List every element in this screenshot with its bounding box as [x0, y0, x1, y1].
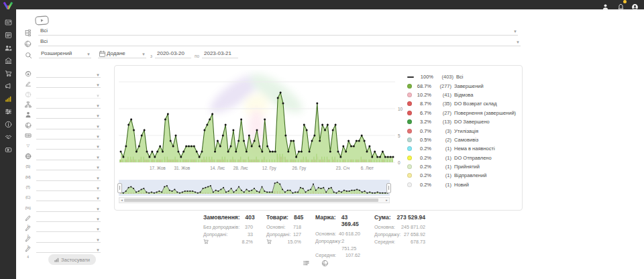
svg-text:31. Жов: 31. Жов — [174, 166, 190, 170]
funnel-icon: ▽ — [24, 142, 32, 150]
chart-scrollbar[interactable]: ◂ ▸ — [119, 197, 390, 203]
legend-item[interactable]: 0.2%(1)Відправлений — [407, 171, 519, 180]
info-icon — [5, 119, 12, 131]
filter-select[interactable]: ▼ — [36, 79, 101, 88]
sidebar-item-analytics[interactable] — [0, 93, 16, 105]
filter-select[interactable]: ▼ — [36, 244, 101, 253]
legend-item[interactable]: 6.7%(27)Повернення (завершений) — [407, 109, 519, 117]
filter-select[interactable]: ▼ — [36, 213, 101, 222]
date-from-input[interactable]: 2020-03-20 — [155, 50, 191, 58]
chevron-down-icon: ▼ — [96, 83, 101, 87]
svg-text:14. Лис: 14. Лис — [210, 166, 225, 170]
user-icon[interactable] — [602, 1, 609, 9]
legend-label: Всі — [456, 74, 463, 80]
legend-count: (403) — [436, 74, 453, 80]
legend-item[interactable]: 0.2%(1)Новий — [407, 180, 519, 189]
stat-value: 403 — [246, 214, 255, 221]
filter-select[interactable]: ▼ — [36, 182, 101, 191]
stat-column-маржа: Маржа:43 369.45Основна:40 618.20Допродаж… — [315, 214, 360, 260]
sidebar-item-warehouse[interactable] — [0, 54, 16, 67]
stat-title: Замовлення: — [203, 214, 240, 221]
scroll-left-arrow[interactable]: ◂ — [119, 198, 124, 203]
legend-item[interactable]: 8.7%(35)DO Возврат склад — [407, 99, 519, 108]
megaphone-icon — [5, 80, 12, 93]
sidebar-item-sliders[interactable] — [0, 105, 16, 118]
chevron-down-icon: ▼ — [516, 40, 521, 44]
sidebar-item-cart[interactable] — [0, 67, 16, 80]
filter-row-pen: 4▼ — [24, 244, 101, 253]
search-icon[interactable] — [25, 52, 32, 59]
legend-item[interactable]: 0.2%(1)DO Отправлено — [407, 154, 519, 162]
legend-percent: 0.2% — [415, 182, 431, 188]
navigator-right-handle[interactable] — [386, 183, 391, 193]
legend-percent: 8.7% — [415, 101, 431, 107]
chart-navigator[interactable] — [119, 180, 390, 196]
app-logo[interactable] — [1, 1, 15, 9]
filter-row-package: ▼ — [24, 121, 101, 129]
legend-swatch — [407, 119, 412, 124]
calendar-icon — [99, 50, 105, 56]
filter-select[interactable]: ▼ — [36, 152, 101, 160]
filter-select[interactable]: ▼ — [36, 131, 101, 140]
sidebar-item-dashboard[interactable] — [0, 16, 16, 29]
avatar-icon[interactable] — [631, 1, 639, 9]
product-select[interactable]: Всі ▼ — [38, 38, 521, 46]
list-view-icon[interactable] — [303, 258, 310, 265]
filter-select[interactable]: ▼ — [36, 172, 101, 181]
filter-select[interactable]: ▼ — [36, 223, 101, 232]
legend-swatch — [407, 93, 412, 97]
filter-select[interactable]: ▼ — [36, 110, 101, 119]
svg-text:6. Лют: 6. Лют — [361, 166, 374, 170]
legend-percent: 0.2% — [415, 155, 431, 161]
legend-label: Відмова — [454, 92, 473, 98]
legend-swatch — [407, 137, 412, 142]
legend-item[interactable]: 0.7%(3)Утилізація — [407, 126, 519, 135]
package-view-icon[interactable] — [321, 258, 329, 265]
scrollbar-thumb[interactable] — [124, 199, 378, 202]
stat-value: 43 369.45 — [341, 214, 360, 227]
legend-item[interactable]: 0.2%(1)Прийнятий — [407, 162, 519, 171]
filter-select[interactable]: ▼ — [36, 121, 101, 129]
legend-item[interactable]: 0.2%(1)Нема в наявності — [407, 144, 519, 153]
bell-icon[interactable] — [617, 1, 625, 9]
filter-select[interactable]: ▼ — [36, 141, 101, 150]
category-select[interactable]: Всі ▼ — [38, 27, 518, 36]
sidebar-item-users[interactable] — [0, 42, 16, 54]
legend-item[interactable]: 3.2%(13)DO Завершено — [407, 117, 519, 126]
filter-row-pen: 3▼ — [24, 234, 101, 243]
filter-select[interactable]: ▼ — [36, 162, 101, 170]
navigator-left-handle[interactable] — [117, 183, 122, 193]
legend-item[interactable]: 0.5%(2)Самовивіз — [407, 135, 519, 144]
filter-select[interactable]: ▼ — [36, 192, 101, 201]
legend-label: DO Отправлено — [454, 155, 492, 161]
filter-select[interactable]: ▼ — [36, 100, 101, 109]
filter-select[interactable]: ▼ — [36, 90, 101, 99]
legend-item[interactable]: 68.7%(277)Завершений — [407, 81, 519, 90]
sidebar-item-megaphone[interactable] — [0, 80, 16, 93]
filter-row-braces-s: {S}▼ — [24, 162, 101, 170]
filter-select[interactable]: ▼ — [36, 234, 101, 243]
legend-percent: 0.2% — [415, 146, 431, 152]
top-bar — [0, 0, 644, 9]
chevron-down-icon: ▼ — [96, 207, 101, 211]
apply-button[interactable]: Застосувати — [48, 254, 96, 265]
svg-text:17. Жов: 17. Жов — [150, 166, 166, 170]
date-field-select[interactable]: Додане ▼ — [98, 50, 146, 58]
filter-select[interactable]: ▼ — [36, 203, 101, 212]
filter-select[interactable]: ▼ — [36, 69, 101, 78]
sidebar-item-orders-list[interactable] — [0, 29, 16, 42]
sidebar-item-partners[interactable] — [0, 131, 16, 144]
cart-small-icon — [203, 239, 209, 244]
filter-row-braces-c: {C}▼ — [24, 192, 101, 201]
video-tutorial-icon[interactable] — [35, 15, 50, 25]
main-chart[interactable]: 17. Жов31. Жов14. Лис28. Лис12. Гру26. Г… — [119, 70, 395, 172]
notification-badge — [623, 0, 627, 3]
sidebar-item-info[interactable] — [0, 118, 16, 131]
legend-item[interactable]: 10.2%(41)Відмова — [407, 91, 519, 99]
chevron-down-icon: ▼ — [96, 217, 101, 221]
scroll-right-arrow[interactable]: ▸ — [384, 198, 389, 203]
sidebar-item-video[interactable] — [0, 144, 16, 156]
search-mode-select[interactable]: Розширений ▼ — [39, 50, 91, 58]
date-to-input[interactable]: 2023-03-21 — [202, 50, 238, 58]
legend-item[interactable]: 100%(403)Всі — [407, 72, 519, 81]
